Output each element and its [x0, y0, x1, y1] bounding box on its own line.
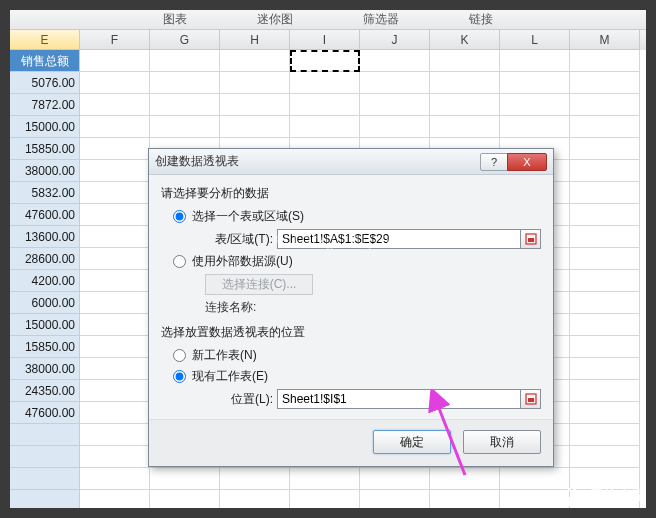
cell-L1[interactable]	[500, 50, 570, 72]
range-picker-button[interactable]	[520, 230, 540, 248]
col-header-H[interactable]: H	[220, 30, 290, 50]
radio-existing-sheet[interactable]	[173, 370, 186, 383]
close-icon: X	[523, 156, 530, 168]
cell-E1-header[interactable]: 销售总额	[10, 50, 80, 72]
column-headers: E F G H I J K L M	[10, 30, 646, 50]
col-header-F[interactable]: F	[80, 30, 150, 50]
ribbon-group-link[interactable]: 链接	[469, 11, 493, 28]
radio-existing-label: 现有工作表(E)	[192, 368, 268, 385]
location-picker-button[interactable]	[520, 390, 540, 408]
location-input[interactable]	[278, 392, 520, 406]
cell-E[interactable]: 24350.00	[10, 380, 80, 402]
dialog-titlebar[interactable]: 创建数据透视表 ? X	[149, 149, 553, 175]
cell-E[interactable]	[10, 424, 80, 446]
collapse-dialog-icon	[525, 233, 537, 245]
range-input[interactable]	[278, 232, 520, 246]
ribbon-group-chart[interactable]: 图表	[163, 11, 187, 28]
cell-E[interactable]	[10, 446, 80, 468]
cell-J1[interactable]	[360, 50, 430, 72]
range-label: 表/区域(T):	[205, 231, 273, 248]
cell-E[interactable]: 15850.00	[10, 336, 80, 358]
col-header-M[interactable]: M	[570, 30, 640, 50]
cell-E[interactable]: 15000.00	[10, 116, 80, 138]
section-dest-label: 选择放置数据透视表的位置	[161, 324, 541, 341]
cell-M1[interactable]	[570, 50, 640, 72]
cell-E[interactable]	[10, 468, 80, 490]
cancel-button[interactable]: 取消	[463, 430, 541, 454]
cell-K1[interactable]	[430, 50, 500, 72]
cell-E[interactable]: 38000.00	[10, 358, 80, 380]
dialog-title-text: 创建数据透视表	[155, 153, 481, 170]
col-header-E[interactable]: E	[10, 30, 80, 50]
ok-button[interactable]: 确定	[373, 430, 451, 454]
radio-external-label: 使用外部数据源(U)	[192, 253, 293, 270]
ribbon-group-filter[interactable]: 筛选器	[363, 11, 399, 28]
cell-G1[interactable]	[150, 50, 220, 72]
col-header-G[interactable]: G	[150, 30, 220, 50]
ribbon-group-sparkline[interactable]: 迷你图	[257, 11, 293, 28]
col-header-K[interactable]: K	[430, 30, 500, 50]
cell-E[interactable]: 13600.00	[10, 226, 80, 248]
col-header-L[interactable]: L	[500, 30, 570, 50]
radio-external-source[interactable]	[173, 255, 186, 268]
cell-F1[interactable]	[80, 50, 150, 72]
dialog-help-button[interactable]: ?	[480, 153, 508, 171]
cell-E[interactable]: 28600.00	[10, 248, 80, 270]
cell-E[interactable]: 47600.00	[10, 204, 80, 226]
ribbon-groups: 图表 迷你图 筛选器 链接	[10, 10, 646, 30]
cell-E[interactable]: 5076.00	[10, 72, 80, 94]
collapse-dialog-icon	[525, 393, 537, 405]
cell-E[interactable]: 15850.00	[10, 138, 80, 160]
svg-rect-1	[528, 238, 534, 242]
radio-select-range[interactable]	[173, 210, 186, 223]
cell-E[interactable]: 15000.00	[10, 314, 80, 336]
radio-select-range-label: 选择一个表或区域(S)	[192, 208, 304, 225]
connection-name-label: 连接名称:	[205, 299, 541, 316]
create-pivot-table-dialog: 创建数据透视表 ? X 请选择要分析的数据 选择一个表或区域(S) 表/区域(T…	[148, 148, 554, 467]
cell-E[interactable]	[10, 490, 80, 508]
location-label: 位置(L):	[205, 391, 273, 408]
radio-new-sheet[interactable]	[173, 349, 186, 362]
col-header-J[interactable]: J	[360, 30, 430, 50]
svg-rect-3	[528, 398, 534, 402]
cell-E[interactable]: 5832.00	[10, 182, 80, 204]
cell-E[interactable]: 38000.00	[10, 160, 80, 182]
section-source-label: 请选择要分析的数据	[161, 185, 541, 202]
cell-H1[interactable]	[220, 50, 290, 72]
choose-connection-button: 选择连接(C)...	[205, 274, 313, 295]
col-header-I[interactable]: I	[290, 30, 360, 50]
cell-E[interactable]: 47600.00	[10, 402, 80, 424]
cell-E[interactable]: 4200.00	[10, 270, 80, 292]
radio-new-sheet-label: 新工作表(N)	[192, 347, 257, 364]
dialog-close-button[interactable]: X	[507, 153, 547, 171]
cell-E[interactable]: 6000.00	[10, 292, 80, 314]
help-icon: ?	[491, 156, 497, 168]
cell-E[interactable]: 7872.00	[10, 94, 80, 116]
cell-I1[interactable]	[290, 50, 360, 72]
